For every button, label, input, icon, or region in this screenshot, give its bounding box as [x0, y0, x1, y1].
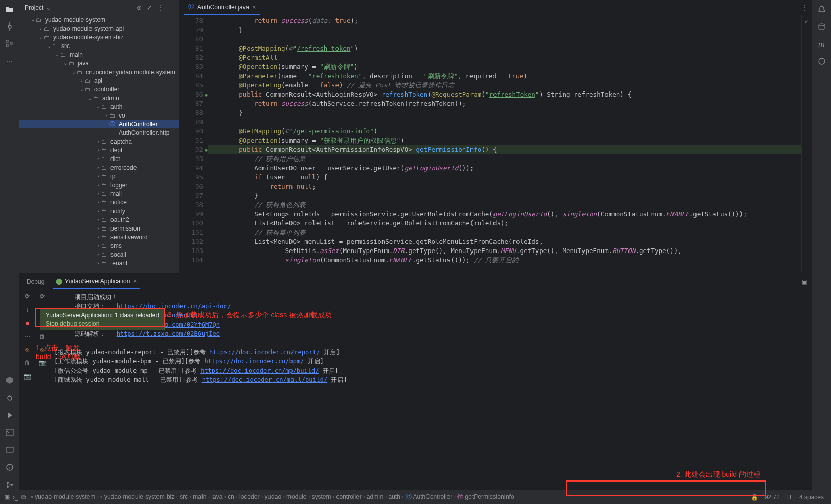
- debug-tool-window: Debug ⬤ YudaoServerApplication × ▣ ⟳ ↓ ■…: [19, 274, 812, 490]
- trash-icon[interactable]: 🗑: [23, 359, 31, 367]
- svg-point-14: [11, 484, 13, 486]
- left-tool-rail: ⋯ i: [0, 0, 19, 490]
- tree-row[interactable]: ⌄🗀main: [19, 50, 179, 59]
- problems-icon[interactable]: [5, 445, 15, 455]
- rerun-icon[interactable]: ⟳: [23, 292, 31, 301]
- tree-row[interactable]: ›🗀sensitiveword: [19, 233, 179, 241]
- tree-row[interactable]: ›🗀ip: [19, 172, 179, 180]
- close-app-tab-icon[interactable]: ×: [133, 278, 137, 285]
- database-icon[interactable]: [817, 21, 827, 32]
- tree-row[interactable]: ›🗀oauth2: [19, 215, 179, 224]
- svg-point-6: [8, 396, 12, 400]
- thread-icon[interactable]: ⋯: [23, 332, 31, 340]
- tree-row[interactable]: ›🗀sms: [19, 241, 179, 250]
- svg-point-12: [7, 482, 9, 484]
- tree-row[interactable]: ≣AuthController.http: [19, 128, 179, 137]
- services-icon[interactable]: [5, 375, 15, 385]
- gradle-icon[interactable]: [817, 56, 827, 66]
- tree-row[interactable]: ›🗀mail: [19, 189, 179, 198]
- hide-icon[interactable]: —: [168, 4, 174, 11]
- tree-row[interactable]: ⌄🗀cn.iocoder.yudao.module.system: [19, 67, 179, 76]
- indent-info[interactable]: 4 spaces: [799, 494, 824, 501]
- select-opened-icon[interactable]: ⊕: [137, 4, 142, 11]
- breadcrumb[interactable]: ▫ yudao-module-system›▫ yudao-module-sys…: [29, 493, 516, 501]
- tree-row[interactable]: ⌄🗀yudao-module-system-biz: [19, 33, 179, 41]
- tree-row[interactable]: ⌄🗀java: [19, 59, 179, 67]
- tree-row[interactable]: ›🗀vo: [19, 111, 179, 120]
- svg-rect-9: [6, 447, 13, 452]
- editor-minimap: ✓: [801, 15, 812, 273]
- tree-row[interactable]: ⌄🗀admin: [19, 94, 179, 102]
- tree-row[interactable]: ⌄🗀src: [19, 41, 179, 50]
- tree-row[interactable]: ›🗀tenant: [19, 259, 179, 267]
- layout-icon[interactable]: ▣: [802, 278, 807, 285]
- tree-row[interactable]: ›🗀logger: [19, 180, 179, 189]
- debug-bug-icon[interactable]: [5, 393, 15, 403]
- run-play-icon[interactable]: [5, 410, 15, 420]
- svg-rect-5: [10, 42, 12, 44]
- editor: Ⓒ AuthController.java × ⋮ 78798081828384…: [180, 0, 812, 273]
- maven-icon[interactable]: m: [817, 39, 827, 49]
- structure-icon[interactable]: [5, 39, 15, 49]
- tree-row[interactable]: ›🗀permission: [19, 224, 179, 233]
- mute-bp-icon[interactable]: ⦸: [23, 346, 31, 354]
- tree-row[interactable]: ›🗀errorcode: [19, 163, 179, 172]
- project-panel: Project ⌄ ⊕ ⤢ ⋮ — ⌄🗀yudao-module-system›…: [19, 0, 180, 273]
- tree-row[interactable]: ›🗀notify: [19, 207, 179, 215]
- tree-row[interactable]: ›🗀api: [19, 76, 179, 85]
- down-icon[interactable]: ↓: [23, 306, 31, 314]
- more-icon[interactable]: ⋯: [5, 56, 15, 66]
- svg-point-15: [819, 24, 825, 26]
- svg-text:i: i: [9, 465, 10, 470]
- tree-row[interactable]: ⌄🗀auth: [19, 102, 179, 111]
- tree-row[interactable]: ›🗀dept: [19, 146, 179, 154]
- debug-tab[interactable]: Debug: [24, 278, 48, 285]
- svg-point-16: [819, 58, 825, 64]
- svg-point-0: [8, 25, 11, 28]
- svg-rect-3: [6, 40, 8, 42]
- status-tool-icon[interactable]: ▣: [4, 494, 10, 501]
- tab-label: AuthController.java: [197, 4, 249, 11]
- info-icon[interactable]: i: [5, 462, 15, 472]
- close-tab-icon[interactable]: ×: [252, 4, 256, 11]
- editor-menu-icon[interactable]: ⋮: [801, 4, 807, 11]
- debug-toolbar: ⟳ ↓ ■ ⋯ ⦸ 🗑 📷: [19, 289, 35, 490]
- code-content[interactable]: return success(data: true); } @PostMappi…: [208, 15, 801, 273]
- svg-point-13: [7, 486, 9, 488]
- right-tool-rail: m: [812, 0, 831, 490]
- collapse-icon[interactable]: ⋮: [157, 4, 163, 11]
- tree-row[interactable]: ⒸAuthController: [19, 120, 179, 128]
- no-problems-icon: ✓: [805, 17, 809, 25]
- commit-icon[interactable]: [5, 21, 15, 32]
- camera-icon[interactable]: 📷: [23, 372, 31, 380]
- project-icon[interactable]: [5, 4, 15, 14]
- terminal-icon[interactable]: [5, 427, 15, 438]
- reload-tooltip: YudaoServerApplication: 1 class reloaded…: [40, 309, 165, 330]
- tree-row[interactable]: ⌄🗀controller: [19, 85, 179, 94]
- vcs-icon[interactable]: [5, 479, 15, 490]
- status-bar: ▣ ›_ ⧉ ▫ yudao-module-system›▫ yudao-mod…: [0, 490, 831, 504]
- cursor-position[interactable]: 92:72: [765, 494, 780, 501]
- tree-row[interactable]: ›🗀captcha: [19, 137, 179, 146]
- tree-row[interactable]: ›🗀socail: [19, 250, 179, 259]
- project-tree[interactable]: ⌄🗀yudao-module-system›🗀yudao-module-syst…: [19, 15, 179, 273]
- stop-icon[interactable]: ■: [23, 319, 31, 327]
- tree-row[interactable]: ⌄🗀yudao-module-system: [19, 15, 179, 24]
- svg-rect-4: [6, 44, 8, 47]
- line-ending[interactable]: LF: [786, 494, 793, 501]
- line-gutter[interactable]: 787980818283848586◉878889909192◉93949596…: [180, 15, 208, 273]
- tree-row[interactable]: ›🗀dict: [19, 154, 179, 163]
- mute-icon-2[interactable]: ⦸: [38, 346, 47, 354]
- expand-all-icon[interactable]: ⤢: [147, 4, 152, 11]
- camera-icon-2[interactable]: 📷: [38, 359, 47, 367]
- project-label[interactable]: Project: [25, 4, 43, 11]
- lock-icon[interactable]: 🔒: [751, 494, 758, 501]
- trash-icon-2[interactable]: 🗑: [38, 332, 47, 340]
- tree-row[interactable]: ›🗀notice: [19, 198, 179, 207]
- svg-rect-8: [6, 429, 13, 436]
- tree-row[interactable]: ›🗀yudao-module-system-api: [19, 24, 179, 33]
- editor-tab[interactable]: Ⓒ AuthController.java ×: [184, 0, 260, 15]
- notifications-icon[interactable]: [817, 4, 827, 14]
- rerun-icon-2[interactable]: ⟳: [38, 292, 47, 301]
- app-tab[interactable]: ⬤ YudaoServerApplication ×: [53, 274, 140, 289]
